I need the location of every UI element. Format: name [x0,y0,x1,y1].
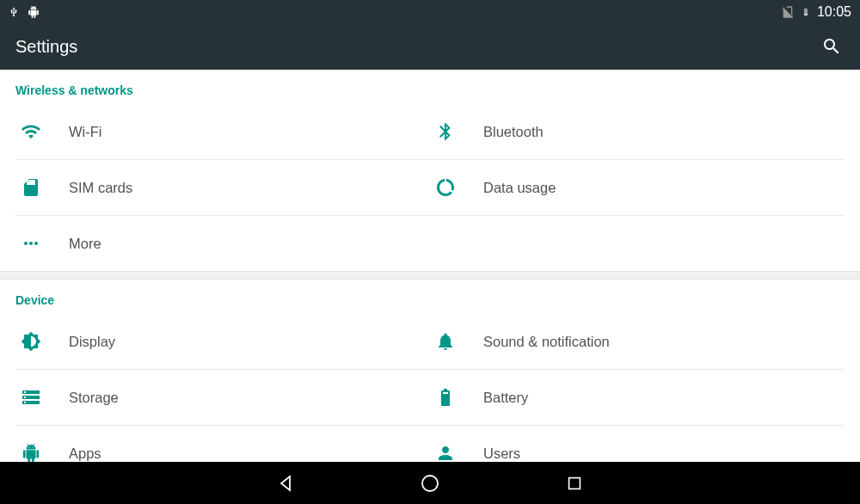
svg-point-2 [422,476,438,491]
home-button[interactable] [418,471,442,495]
item-spacer [430,216,845,271]
item-label: More [69,236,101,252]
apps-icon [21,443,41,462]
debug-icon [28,5,40,19]
home-icon [420,473,440,494]
item-label: Wi-Fi [69,124,101,140]
page-title: Settings [15,37,77,57]
section-device-header: Device [0,280,860,314]
item-data-usage[interactable]: Data usage [430,160,845,216]
status-bar: 10:05 [0,0,860,23]
item-label: Sound & notification [483,334,610,350]
item-wifi[interactable]: Wi-Fi [15,104,430,160]
section-device-grid: Display Sound & notification Storage Bat… [0,314,860,462]
search-icon [821,36,842,57]
item-battery[interactable]: Battery [430,370,845,426]
more-icon [21,233,41,254]
section-wireless-header: Wireless & networks [0,70,860,104]
item-display[interactable]: Display [15,314,430,370]
settings-content: Wireless & networks Wi-Fi Bluetooth SIM … [0,70,860,462]
item-users[interactable]: Users [430,426,845,462]
users-icon [435,443,456,462]
display-icon [21,331,41,352]
svg-rect-3 [569,477,580,489]
status-right: 10:05 [781,4,851,20]
search-button[interactable] [819,34,845,59]
item-label: Users [483,446,520,462]
item-storage[interactable]: Storage [15,370,430,426]
section-wireless-grid: Wi-Fi Bluetooth SIM cards Data usage Mor [0,104,860,271]
storage-icon [21,387,41,408]
item-label: Battery [483,390,528,406]
section-divider [0,271,860,280]
svg-rect-1 [443,392,448,394]
battery-icon [802,4,810,19]
item-label: SIM cards [69,180,132,196]
svg-rect-0 [27,181,35,184]
no-sim-icon [781,5,795,19]
item-label: Display [69,334,115,350]
data-usage-icon [435,177,456,198]
item-sound[interactable]: Sound & notification [430,314,845,370]
item-sim[interactable]: SIM cards [15,160,430,216]
wifi-icon [21,121,41,142]
item-more[interactable]: More [15,216,430,271]
item-bluetooth[interactable]: Bluetooth [430,104,845,160]
app-bar: Settings [0,23,860,70]
item-apps[interactable]: Apps [15,426,430,462]
battery-setting-icon [435,387,456,408]
status-time: 10:05 [817,4,851,20]
status-left [9,4,40,20]
sim-icon [21,177,41,198]
item-label: Bluetooth [483,124,544,140]
recent-icon [565,474,584,493]
back-button[interactable] [273,471,298,495]
usb-icon [9,4,19,20]
item-label: Data usage [483,180,556,196]
back-icon [275,473,296,494]
recent-button[interactable] [562,471,587,495]
bell-icon [435,331,456,352]
item-label: Storage [69,390,119,406]
item-label: Apps [69,446,101,462]
bluetooth-icon [435,121,456,142]
nav-bar [0,462,860,504]
